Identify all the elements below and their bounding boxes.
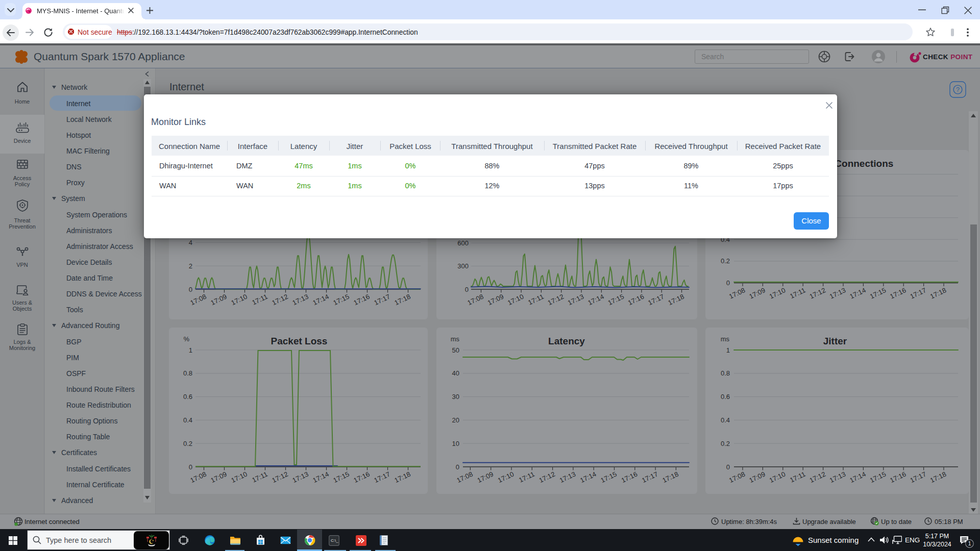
svg-text:17:13: 17:13 [291, 470, 310, 485]
svg-text:1: 1 [968, 540, 971, 546]
svg-text:17:15: 17:15 [869, 470, 887, 485]
svg-text:17:10: 17:10 [506, 292, 525, 307]
svg-text:0.2: 0.2 [183, 440, 192, 447]
svg-text:1: 1 [726, 346, 730, 354]
svg-text:17:18: 17:18 [661, 470, 679, 485]
svg-text:1: 1 [189, 346, 192, 354]
svg-text:17:09: 17:09 [476, 470, 495, 485]
svg-text:30: 30 [452, 393, 459, 400]
svg-text:17:13: 17:13 [558, 470, 577, 485]
svg-text:0.8: 0.8 [721, 369, 730, 377]
svg-text:17:16: 17:16 [353, 292, 371, 307]
svg-text:17:09: 17:09 [748, 286, 766, 300]
svg-text:17:09: 17:09 [486, 292, 505, 307]
svg-text:10: 10 [452, 440, 459, 447]
svg-text:17:11: 17:11 [251, 470, 268, 484]
svg-text:0: 0 [726, 279, 730, 287]
svg-text:17:12: 17:12 [271, 470, 289, 485]
svg-text:0: 0 [189, 463, 192, 471]
svg-text:17:17: 17:17 [909, 470, 927, 485]
svg-text:600: 600 [457, 239, 469, 246]
svg-text:17:17: 17:17 [373, 470, 391, 485]
svg-text:17:15: 17:15 [607, 292, 625, 307]
svg-text:17:12: 17:12 [271, 292, 289, 307]
svg-text:17:11: 17:11 [789, 470, 806, 484]
svg-text:0: 0 [726, 463, 730, 471]
svg-text:Jitter: Jitter [823, 336, 847, 346]
svg-text:17:17: 17:17 [641, 470, 659, 485]
svg-text:C:\_: C:\_ [331, 538, 338, 543]
svg-text:17:11: 17:11 [527, 292, 545, 306]
svg-text:17:16: 17:16 [353, 470, 371, 485]
svg-text:17:10: 17:10 [230, 470, 249, 485]
svg-text:17:18: 17:18 [667, 292, 685, 307]
svg-text:17:11: 17:11 [789, 286, 806, 300]
svg-text:17:13: 17:13 [828, 286, 847, 300]
svg-text:17:08: 17:08 [189, 470, 208, 485]
svg-text:17:15: 17:15 [600, 470, 618, 485]
svg-text:17:10: 17:10 [497, 470, 515, 485]
svg-text:17:16: 17:16 [889, 470, 907, 485]
svg-text:17:08: 17:08 [455, 470, 474, 485]
svg-text:?: ? [956, 86, 960, 93]
svg-text:50: 50 [452, 346, 459, 354]
svg-text:17:14: 17:14 [579, 470, 597, 485]
svg-text:17:13: 17:13 [291, 292, 310, 307]
svg-text:0: 0 [456, 463, 459, 471]
svg-text:0.6: 0.6 [721, 393, 730, 400]
svg-text:17:08: 17:08 [728, 286, 746, 300]
svg-text:17:14: 17:14 [312, 292, 330, 307]
svg-text:17:10: 17:10 [230, 292, 249, 307]
svg-text:17:16: 17:16 [627, 292, 645, 307]
svg-text:20: 20 [452, 416, 459, 424]
svg-text:17:12: 17:12 [808, 286, 827, 300]
svg-text:17:09: 17:09 [748, 470, 766, 485]
svg-text:17:13: 17:13 [567, 292, 585, 307]
svg-text:17:10: 17:10 [768, 470, 787, 485]
svg-text:17:14: 17:14 [848, 470, 867, 485]
svg-text:Latency: Latency [548, 336, 585, 346]
svg-text:17:15: 17:15 [332, 292, 351, 307]
svg-text:17:18: 17:18 [394, 470, 412, 485]
svg-text:17:10: 17:10 [768, 286, 787, 300]
svg-text:17:14: 17:14 [312, 470, 330, 485]
svg-text:17:08: 17:08 [728, 470, 746, 485]
svg-text:17:18: 17:18 [929, 470, 947, 485]
svg-text:17:08: 17:08 [467, 292, 485, 307]
svg-text:0: 0 [189, 285, 192, 293]
svg-text:0.6: 0.6 [183, 393, 192, 400]
svg-text:17:18: 17:18 [929, 286, 947, 300]
svg-text:17:09: 17:09 [210, 292, 228, 307]
svg-text:17:13: 17:13 [828, 470, 847, 485]
svg-text:17:17: 17:17 [909, 286, 927, 300]
svg-text:17:08: 17:08 [189, 292, 208, 307]
svg-text:0.8: 0.8 [183, 369, 192, 377]
svg-text:ms: ms [451, 335, 460, 343]
svg-text:17:18: 17:18 [394, 292, 412, 307]
svg-text:%: % [183, 335, 189, 343]
svg-text:0.2: 0.2 [721, 440, 730, 447]
svg-text:17:17: 17:17 [647, 292, 665, 307]
svg-text:2: 2 [189, 262, 192, 269]
svg-text:0.4: 0.4 [183, 416, 192, 424]
svg-text:17:15: 17:15 [869, 286, 887, 300]
svg-text:4: 4 [189, 238, 192, 246]
svg-text:300: 300 [457, 262, 469, 270]
svg-text:17:14: 17:14 [586, 292, 605, 307]
svg-text:17:11: 17:11 [251, 292, 268, 306]
svg-text:0: 0 [465, 285, 469, 293]
svg-text:17:15: 17:15 [332, 470, 351, 485]
svg-text:17:16: 17:16 [620, 470, 639, 485]
svg-text:17:09: 17:09 [210, 470, 228, 485]
svg-text:0.4: 0.4 [721, 416, 730, 424]
svg-text:17:16: 17:16 [889, 286, 907, 300]
svg-text:40: 40 [452, 369, 459, 377]
svg-text:17:12: 17:12 [538, 470, 556, 485]
svg-text:17:11: 17:11 [518, 470, 535, 484]
svg-text:17:14: 17:14 [848, 286, 867, 300]
svg-text:17:17: 17:17 [373, 292, 391, 307]
svg-text:ms: ms [721, 335, 730, 343]
svg-text:0.2: 0.2 [721, 257, 730, 265]
svg-text:17:12: 17:12 [808, 470, 827, 485]
svg-text:Packet Loss: Packet Loss [271, 336, 328, 346]
